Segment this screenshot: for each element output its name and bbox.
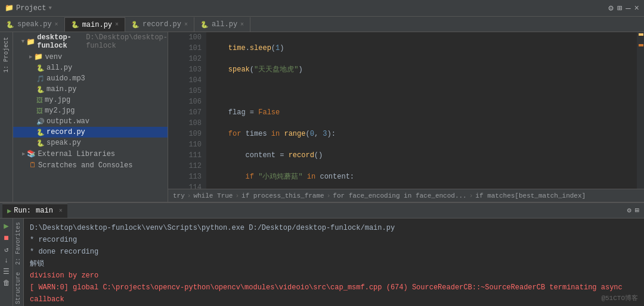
py-file-icon: 🐍 (36, 139, 45, 147)
sep: › (235, 192, 239, 199)
editor-with-gutter: 100 101 102 103 104 105 106 107 108 109 … (168, 32, 644, 189)
project-tree: ▼ 📁 desktop-funlock D:\Desktop\desktop-f… (13, 32, 168, 202)
jpg-file-icon: 🖼 (36, 107, 43, 115)
tab-label: record.py (143, 20, 181, 29)
tab-close-icon[interactable]: × (55, 21, 58, 28)
run-settings-icon[interactable]: ☰ (3, 267, 10, 276)
project-root[interactable]: ▼ 📁 desktop-funlock D:\Desktop\desktop-f… (13, 32, 168, 51)
py-file-icon: 🐍 (36, 86, 45, 93)
expand-arrow: ▶ (22, 151, 25, 157)
project-title: Project (16, 4, 46, 13)
file-my-jpg[interactable]: 🖼 my.jpg (13, 95, 168, 105)
breadcrumb-if-matches[interactable]: if matches[best_match_index] (475, 192, 586, 199)
file-main-py[interactable]: 🐍 main.py (13, 84, 168, 95)
run-output: D:\Desktop\desktop-funlock\venv\Scripts\… (24, 218, 644, 306)
py-icon: 🐍 (200, 21, 209, 29)
console-icon: 🗒 (29, 161, 36, 170)
run-recording-done: * done recording (30, 246, 638, 258)
favorites-label[interactable]: 2: Favorites (15, 218, 21, 268)
sep: › (187, 192, 191, 199)
line-numbers: 100 101 102 103 104 105 106 107 108 109 … (181, 32, 206, 189)
file-name: my2.jpg (45, 107, 75, 115)
breadcrumb-for[interactable]: for face_encoding in face_encod... (333, 192, 466, 199)
jpg-file-icon: 🖼 (36, 96, 43, 104)
expand-arrow: ▶ (29, 54, 32, 60)
py-icon: 🐍 (71, 21, 79, 29)
close-icon[interactable]: × (634, 4, 639, 13)
minimize-icon[interactable]: — (626, 4, 630, 13)
file-name: speak.py (47, 139, 81, 147)
py-icon: 🐍 (6, 21, 14, 29)
tab-label: all.py (212, 20, 237, 29)
settings-icon[interactable]: ⚙ (608, 3, 613, 13)
run-controls: ▶ ■ ↺ ↓ ☰ 🗑 (0, 218, 13, 306)
file-name: output.wav (47, 117, 89, 126)
breadcrumb-while[interactable]: while True (193, 192, 233, 199)
run-play-icon[interactable]: ▶ (4, 221, 8, 231)
ext-lib-label: External Libraries (38, 150, 115, 158)
project-strip-icon[interactable]: 1: Project (2, 35, 11, 75)
folder-icon: 📁 (26, 38, 35, 46)
gear-icon[interactable]: ⚙ (627, 206, 631, 215)
project-label: 📁 Project ▼ (5, 4, 52, 13)
chevron-icon: ▼ (48, 5, 51, 11)
file-record-py[interactable]: 🐍 record.py (13, 127, 168, 138)
sep: › (469, 192, 473, 199)
file-all-py[interactable]: 🐍 all.py (13, 63, 168, 73)
tab-all-py[interactable]: 🐍 all.py × (194, 17, 250, 32)
file-my2-jpg[interactable]: 🖼 my2.jpg (13, 105, 168, 116)
scratches-label: Scratches and Consoles (38, 161, 132, 170)
breadcrumb: try › while True › if process_this_frame… (168, 189, 644, 202)
run-unlock: 解锁 (30, 258, 638, 270)
tab-close-icon[interactable]: × (184, 21, 188, 28)
sep: › (327, 192, 331, 199)
code-editor[interactable]: 100 101 102 103 104 105 106 107 108 109 … (181, 32, 637, 189)
bottom-tabs: ▶ Run: main × ⚙ ⊞ (0, 203, 644, 218)
layout-icon[interactable]: ⊞ (617, 3, 622, 13)
external-libraries[interactable]: ▶ 📚 External Libraries (13, 148, 168, 160)
tab-main-py[interactable]: 🐍 main.py × (65, 17, 125, 32)
run-trash-icon[interactable]: 🗑 (3, 279, 10, 288)
tab-close-icon[interactable]: × (115, 21, 119, 28)
py-file-icon: 🐍 (36, 129, 45, 136)
venv-folder[interactable]: ▶ 📁 venv (13, 51, 168, 63)
run-rerun-icon[interactable]: ↺ (4, 245, 8, 254)
bottom-panel: ▶ Run: main × ⚙ ⊞ ▶ ■ ↺ ↓ ☰ 🗑 2: Favorit… (0, 202, 644, 306)
file-speak-py[interactable]: 🐍 speak.py (13, 138, 168, 148)
editor-area: 100 101 102 103 104 105 106 107 108 109 … (168, 32, 644, 202)
tab-speak-py[interactable]: 🐍 speak.py × (0, 17, 65, 32)
project-path: D:\Desktop\desktop-funlock (86, 33, 168, 50)
run-label: Run: (14, 207, 31, 215)
run-stop-icon[interactable]: ■ (4, 233, 8, 243)
tab-record-py[interactable]: 🐍 record.py × (125, 17, 194, 32)
scratches-consoles[interactable]: 🗒 Scratches and Consoles (13, 160, 168, 171)
file-name: main.py (47, 85, 76, 93)
layout-icon[interactable]: ⊞ (635, 206, 639, 215)
run-tab[interactable]: ▶ Run: main × (2, 204, 67, 218)
file-name: record.py (47, 128, 85, 136)
file-name: auido.mp3 (47, 74, 85, 83)
warning-marker (639, 44, 643, 46)
watermark: @51CTO博客 (601, 293, 638, 302)
side-labels: 2: Favorites 2: Structure (13, 218, 24, 306)
code-lines: time.sleep(1) speak("天天盘地虎") flag = Fals… (206, 32, 637, 189)
breadcrumb-if-process[interactable]: if process_this_frame (242, 192, 324, 199)
wav-file-icon: 🔊 (36, 118, 45, 126)
file-output-wav[interactable]: 🔊 output.wav (13, 116, 168, 127)
run-tab-close[interactable]: × (59, 208, 63, 214)
tab-close-icon[interactable]: × (240, 21, 244, 28)
run-recording-start: * recording (30, 234, 638, 246)
run-command-line: D:\Desktop\desktop-funlock\venv\Scripts\… (30, 222, 638, 234)
file-auido-mp3[interactable]: 🎵 auido.mp3 (13, 73, 168, 84)
run-scroll-icon[interactable]: ↓ (4, 257, 8, 265)
error-marker (639, 33, 643, 36)
run-warn-msg: [ WARN:0] global C:\projects\opencv-pyth… (30, 282, 638, 305)
run-main-label: main (36, 207, 53, 215)
folder-icon: 📁 (5, 4, 14, 13)
run-div-zero: division by zero (30, 270, 638, 282)
folder-icon: 📁 (34, 52, 43, 61)
structure-label[interactable]: 2: Structure (15, 268, 21, 306)
file-name: my.jpg (45, 96, 70, 104)
collapse-arrow: ▼ (21, 39, 24, 45)
breadcrumb-try[interactable]: try (173, 192, 185, 199)
